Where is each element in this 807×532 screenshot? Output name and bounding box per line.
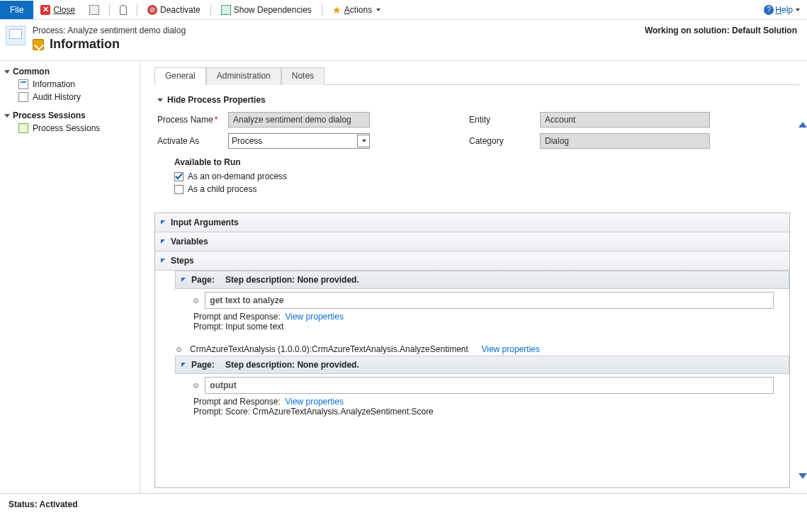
variables-section[interactable]: Variables <box>155 232 789 251</box>
sidebar-item-audit[interactable]: Audit History <box>4 91 135 103</box>
expand-icon <box>161 239 165 244</box>
expand-icon <box>161 259 165 263</box>
sidebar: Common Information Audit History Process… <box>0 61 140 493</box>
on-demand-checkbox[interactable]: As an on-demand process <box>174 171 370 181</box>
actions-menu[interactable]: ★ Actions <box>325 1 388 18</box>
audit-icon <box>18 92 28 102</box>
process-name-field <box>228 112 370 128</box>
process-name-label: Process Name* <box>157 115 228 125</box>
tab-notes[interactable]: Notes <box>281 67 325 85</box>
toggle-icon <box>157 98 163 102</box>
activate-as-select[interactable]: Process <box>228 133 370 149</box>
deactivate-icon: ⊘ <box>147 5 157 15</box>
attach-icon <box>120 5 127 15</box>
close-button[interactable]: ✕ Close <box>33 2 82 18</box>
dropdown-icon <box>796 9 800 11</box>
input-arguments-section[interactable]: Input Arguments <box>155 213 789 232</box>
hide-properties-toggle[interactable]: Hide Process Properties <box>157 95 800 105</box>
content: General Administration Notes Hide Proces… <box>140 61 807 493</box>
bullet-icon <box>193 383 198 388</box>
sidebar-item-information[interactable]: Information <box>4 78 135 91</box>
activate-as-label: Activate As <box>157 136 228 146</box>
toolbar: File ✕ Close ⊘ Deactivate Show Dependenc… <box>0 0 807 20</box>
star-icon: ★ <box>332 4 342 16</box>
scroll-up-icon[interactable] <box>798 92 806 101</box>
page-title: Information <box>50 37 120 52</box>
expand-icon <box>181 363 186 367</box>
view-properties-link[interactable]: View properties <box>285 397 344 407</box>
deactivate-button[interactable]: ⊘ Deactivate <box>140 2 208 18</box>
available-to-run-label: Available to Run <box>174 157 370 167</box>
view-properties-link[interactable]: View properties <box>285 312 344 322</box>
steps-section[interactable]: Steps <box>155 251 789 271</box>
bullet-icon <box>176 347 181 352</box>
sidebar-group-common[interactable]: Common <box>4 67 135 77</box>
tabs: General Administration Notes <box>154 67 800 85</box>
solution-label: Working on solution: Default Solution <box>645 26 797 35</box>
show-deps-button[interactable]: Show Dependencies <box>214 2 319 18</box>
show-deps-label: Show Dependencies <box>234 5 312 15</box>
sessions-icon <box>18 123 28 133</box>
main: Common Information Audit History Process… <box>0 61 807 493</box>
collapse-icon <box>4 114 10 118</box>
step-title-1 <box>205 292 774 309</box>
breadcrumb: Process: Analyze sentiment demo dialog <box>33 26 186 35</box>
help-icon: ? <box>764 5 774 15</box>
view-properties-link[interactable]: View properties <box>481 344 540 354</box>
scroll-down-icon[interactable] <box>798 479 806 487</box>
steps-grid: Input Arguments Variables Steps Page: St… <box>154 213 790 488</box>
tab-general[interactable]: General <box>154 67 206 85</box>
scrollbar[interactable] <box>797 65 807 493</box>
print-icon <box>89 5 99 15</box>
bullet-icon <box>193 298 198 303</box>
sidebar-item-sessions[interactable]: Process Sessions <box>4 122 135 135</box>
step-title-2 <box>205 377 774 394</box>
info-icon <box>33 39 44 50</box>
help-menu[interactable]: ? Help <box>757 2 807 18</box>
category-label: Category <box>469 136 540 146</box>
expand-icon <box>181 278 186 282</box>
doc-icon <box>18 79 28 89</box>
deactivate-label: Deactivate <box>160 5 201 15</box>
chevron-down-icon <box>362 140 366 142</box>
entity-field <box>540 112 710 128</box>
close-icon: ✕ <box>40 5 50 15</box>
status-bar: Status: Activated <box>0 493 807 515</box>
expand-icon <box>161 220 165 225</box>
close-label: Close <box>53 5 75 15</box>
tab-administration[interactable]: Administration <box>206 67 281 85</box>
dropdown-icon <box>376 9 380 11</box>
action-step[interactable]: CrmAzureTextAnalysis (1.0.0.0):CrmAzureT… <box>155 340 789 356</box>
help-label: Help <box>775 5 793 15</box>
page-header: Process: Analyze sentiment demo dialog I… <box>0 20 807 61</box>
sidebar-group-sessions[interactable]: Process Sessions <box>4 111 135 120</box>
collapse-icon <box>4 70 10 74</box>
entity-label: Entity <box>469 115 540 125</box>
attach-button[interactable] <box>113 2 134 18</box>
deps-icon <box>221 5 231 15</box>
process-icon <box>6 26 26 45</box>
page-step-1[interactable]: Page: Step description: None provided. <box>175 271 789 289</box>
actions-label: Actions <box>344 5 372 15</box>
file-menu[interactable]: File <box>0 1 33 19</box>
category-field <box>540 133 710 149</box>
child-process-checkbox[interactable]: As a child process <box>174 184 370 194</box>
page-step-2[interactable]: Page: Step description: None provided. <box>175 356 789 374</box>
print-button[interactable] <box>82 2 106 18</box>
